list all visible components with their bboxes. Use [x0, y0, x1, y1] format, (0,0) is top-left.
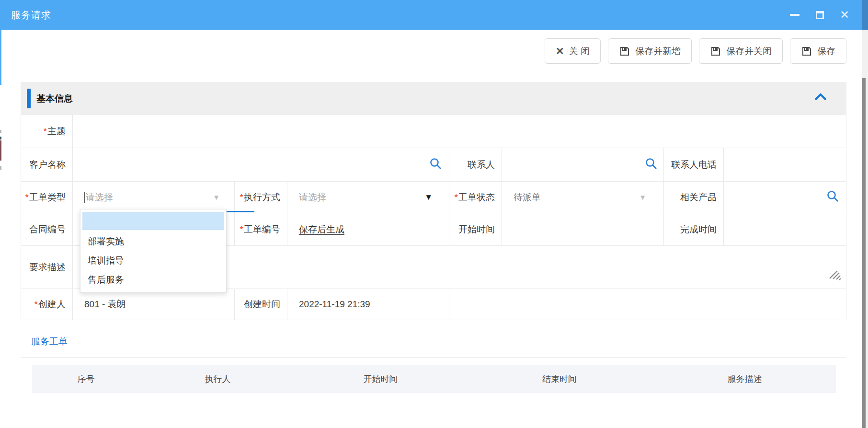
requirement-label: 要求描述	[21, 246, 72, 289]
start-time-label: 开始时间	[449, 213, 502, 245]
required-mark: *	[240, 224, 243, 235]
basic-info-header: 基本信息	[21, 82, 846, 115]
required-mark: *	[455, 192, 458, 203]
order-status-label: * 工单状态	[449, 182, 502, 213]
dropdown-option[interactable]: 售后服务	[82, 270, 224, 289]
scrollbar-title-cap	[862, 0, 868, 30]
required-mark: *	[240, 192, 243, 203]
column-header-end-time: 结束时间	[466, 373, 653, 385]
minimize-icon	[790, 14, 799, 16]
text-cursor	[84, 192, 85, 203]
required-mark: *	[25, 192, 29, 203]
form-row-creator: * 创建人 801 - 袁朗 创建时间 2022-11-19 21:39	[21, 289, 846, 320]
exec-method-label: * 执行方式	[234, 182, 287, 213]
contract-no-label: 合同编号	[21, 213, 72, 245]
form-row-subject: * 主题	[21, 115, 846, 148]
order-status-select[interactable]: 待派单 ▼	[502, 182, 663, 213]
column-header-seq: 序号	[32, 373, 140, 385]
save-and-new-label: 保存并新增	[635, 45, 681, 58]
save-and-close-button[interactable]: 保存并关闭	[699, 38, 783, 64]
background-window-fragment	[0, 137, 1, 139]
customer-search-icon[interactable]	[429, 157, 442, 173]
create-time-value: 2022-11-19 21:39	[287, 289, 449, 320]
section-accent-bar	[27, 89, 31, 108]
related-product-label: 相关产品	[663, 182, 723, 213]
save-and-new-button[interactable]: 保存并新增	[608, 38, 692, 64]
contact-phone-input[interactable]	[723, 148, 846, 181]
action-toolbar: ✕ 关 闭 保存并新增 保存并关闭 保存	[0, 38, 846, 64]
service-order-divider	[21, 357, 846, 358]
maximize-icon	[816, 11, 824, 19]
maximize-button[interactable]	[814, 10, 825, 20]
contact-label: 联系人	[449, 148, 502, 181]
save-icon	[710, 46, 721, 57]
chevron-down-icon: ▼	[639, 193, 646, 201]
exec-method-select[interactable]: 请选择 ▼	[287, 182, 449, 213]
background-window-fragment	[0, 130, 1, 133]
create-time-label: 创建时间	[234, 289, 287, 320]
column-header-start-time: 开始时间	[296, 373, 466, 385]
order-no-label: * 工单编号	[234, 213, 287, 245]
background-window-fragment	[0, 140, 1, 161]
related-product-search-icon[interactable]	[826, 190, 839, 205]
dialog-titlebar: 服务请求	[0, 0, 868, 30]
creator-value: 801 - 袁朗	[72, 289, 234, 320]
creator-label: * 创建人	[21, 289, 72, 320]
close-window-button[interactable]: ✕	[839, 10, 850, 20]
contact-phone-label: 联系人电话	[663, 148, 723, 181]
order-type-dropdown: 部署实施 培训指导 售后服务	[80, 209, 227, 293]
subject-label: * 主题	[21, 115, 72, 148]
order-type-label: * 工单类型	[21, 182, 72, 213]
dialog-title: 服务请求	[11, 9, 51, 22]
dropdown-option-empty[interactable]	[82, 212, 224, 230]
window-controls: ✕	[789, 0, 850, 30]
service-order-table-header: 序号 执行人 开始时间 结束时间 服务描述	[32, 365, 836, 393]
save-icon	[619, 46, 630, 57]
save-button[interactable]: 保存	[790, 38, 846, 64]
dropdown-option[interactable]: 部署实施	[82, 232, 224, 251]
close-button-label: 关 闭	[569, 45, 590, 58]
close-button[interactable]: ✕ 关 闭	[545, 38, 601, 64]
dropdown-option[interactable]: 培训指导	[82, 251, 224, 270]
save-icon	[801, 46, 812, 57]
finish-time-input[interactable]	[723, 213, 846, 245]
scrollbar-track[interactable]	[862, 0, 868, 428]
minimize-button[interactable]	[789, 10, 800, 20]
resize-handle-icon[interactable]	[827, 266, 841, 283]
customer-name-label: 客户名称	[21, 148, 72, 181]
subject-input[interactable]	[72, 115, 846, 148]
start-time-input[interactable]	[502, 213, 663, 245]
column-header-description: 服务描述	[653, 373, 836, 385]
order-no-value: 保存后生成	[299, 223, 344, 236]
finish-time-label: 完成时间	[663, 213, 723, 245]
close-x-icon: ✕	[556, 46, 564, 57]
save-and-close-label: 保存并关闭	[726, 45, 772, 58]
form-row-customer: 客户名称 联系人 联系人电话	[21, 148, 846, 182]
customer-name-input[interactable]	[72, 148, 449, 181]
creator-row-spacer	[449, 289, 846, 320]
service-order-title: 服务工单	[31, 335, 68, 348]
contact-search-icon[interactable]	[645, 157, 658, 173]
collapse-section-button[interactable]	[814, 93, 827, 103]
required-mark: *	[44, 126, 47, 137]
basic-info-title: 基本信息	[36, 93, 73, 105]
chevron-down-icon: ▼	[424, 193, 433, 202]
column-header-executor: 执行人	[140, 373, 296, 385]
chevron-down-icon: ▼	[213, 193, 220, 201]
save-button-label: 保存	[817, 45, 835, 58]
scrollbar-thumb[interactable]	[862, 78, 866, 428]
order-no-field: 保存后生成	[287, 213, 449, 245]
order-type-select[interactable]: 请选择 ▼	[72, 182, 234, 213]
required-mark: *	[34, 299, 38, 310]
contact-input[interactable]	[502, 148, 663, 181]
background-window-fragment	[0, 166, 1, 170]
related-product-input[interactable]	[723, 182, 846, 213]
